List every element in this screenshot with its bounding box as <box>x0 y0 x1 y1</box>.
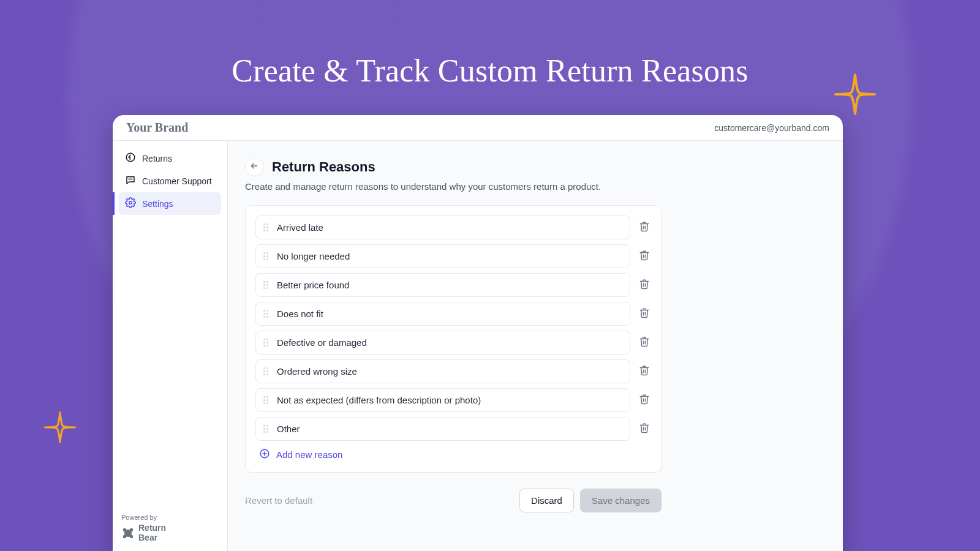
sidebar-item-support[interactable]: Customer Support <box>119 170 221 192</box>
brand-logo: Your Brand <box>126 121 188 135</box>
reason-label: Ordered wrong size <box>277 366 357 377</box>
marketing-headline: Create & Track Custom Return Reasons <box>0 53 980 89</box>
sidebar-item-label: Returns <box>142 154 172 163</box>
reason-label: Arrived late <box>277 222 323 233</box>
drag-handle-icon[interactable] <box>263 425 270 433</box>
sparkle-icon <box>834 73 876 118</box>
revert-link[interactable]: Revert to default <box>245 495 312 506</box>
delete-reason-button[interactable] <box>638 394 651 407</box>
svg-point-1 <box>129 201 132 204</box>
reason-input[interactable]: No longer needed <box>255 244 630 268</box>
reason-label: Not as expected (differs from descriptio… <box>277 395 481 405</box>
reason-row: Arrived late <box>255 216 651 239</box>
drag-handle-icon[interactable] <box>263 310 270 318</box>
add-reason-label: Add new reason <box>276 449 342 460</box>
sidebar-item-returns[interactable]: Returns <box>119 147 221 170</box>
form-footer: Revert to default Discard Save changes <box>245 489 662 512</box>
delete-reason-button[interactable] <box>638 336 651 350</box>
reason-input[interactable]: Does not fit <box>255 302 630 326</box>
delete-reason-button[interactable] <box>638 221 651 234</box>
reason-label: Other <box>277 424 300 434</box>
add-reason-button[interactable]: Add new reason <box>255 441 651 462</box>
reason-row: Ordered wrong size <box>255 359 651 383</box>
delete-reason-button[interactable] <box>638 279 651 292</box>
topbar: Your Brand customercare@yourband.com <box>113 115 843 141</box>
drag-handle-icon[interactable] <box>263 281 270 289</box>
reason-row: Better price found <box>255 273 651 297</box>
account-email: customercare@yourband.com <box>714 123 829 133</box>
reason-input[interactable]: Better price found <box>255 273 630 297</box>
drag-handle-icon[interactable] <box>263 396 270 404</box>
trash-icon <box>639 394 650 407</box>
delete-reason-button[interactable] <box>638 250 651 263</box>
sidebar-item-label: Customer Support <box>142 176 212 186</box>
plus-circle-icon <box>259 448 270 461</box>
trash-icon <box>639 221 650 234</box>
arrow-left-icon <box>249 161 259 173</box>
chat-icon <box>125 174 136 187</box>
drag-handle-icon[interactable] <box>263 367 270 375</box>
drag-handle-icon[interactable] <box>263 223 270 231</box>
sidebar-item-settings[interactable]: Settings <box>119 192 221 215</box>
reason-row: Not as expected (differs from descriptio… <box>255 388 651 412</box>
gear-icon <box>125 197 136 210</box>
main-content: Return Reasons Create and manage return … <box>228 141 843 551</box>
sidebar-footer: Powered by Return Bear <box>121 514 166 542</box>
save-button[interactable]: Save changes <box>580 489 662 512</box>
reason-label: Does not fit <box>277 309 323 319</box>
reason-label: Better price found <box>277 280 349 290</box>
reason-input[interactable]: Ordered wrong size <box>255 359 630 383</box>
delete-reason-button[interactable] <box>638 307 651 321</box>
return-icon <box>125 152 136 165</box>
reason-row: Other <box>255 417 651 441</box>
reasons-card: Arrived lateNo longer neededBetter price… <box>245 205 662 473</box>
sparkle-icon <box>44 411 76 446</box>
reason-label: No longer needed <box>277 251 350 261</box>
reason-input[interactable]: Other <box>255 417 630 441</box>
drag-handle-icon[interactable] <box>263 252 270 260</box>
page-title: Return Reasons <box>272 159 375 175</box>
page-description: Create and manage return reasons to unde… <box>245 181 662 192</box>
powered-by-label: Powered by <box>121 514 166 521</box>
trash-icon <box>639 307 650 321</box>
reason-row: Does not fit <box>255 302 651 326</box>
delete-reason-button[interactable] <box>638 365 651 378</box>
returnbear-logo: Return Bear <box>121 523 166 542</box>
trash-icon <box>639 336 650 350</box>
reason-label: Defective or damaged <box>277 337 367 348</box>
trash-icon <box>639 250 650 263</box>
trash-icon <box>639 365 650 378</box>
drag-handle-icon[interactable] <box>263 339 270 347</box>
reason-row: Defective or damaged <box>255 331 651 354</box>
reason-input[interactable]: Not as expected (differs from descriptio… <box>255 388 630 412</box>
reason-input[interactable]: Defective or damaged <box>255 331 630 354</box>
delete-reason-button[interactable] <box>638 422 651 436</box>
reason-input[interactable]: Arrived late <box>255 216 630 239</box>
discard-button[interactable]: Discard <box>519 489 574 512</box>
sidebar-item-label: Settings <box>142 199 173 209</box>
trash-icon <box>639 279 650 292</box>
trash-icon <box>639 422 650 436</box>
sidebar: Returns Customer Support <box>113 141 228 551</box>
back-button[interactable] <box>245 158 263 176</box>
app-window: Your Brand customercare@yourband.com Ret… <box>113 115 843 551</box>
reason-row: No longer needed <box>255 244 651 268</box>
